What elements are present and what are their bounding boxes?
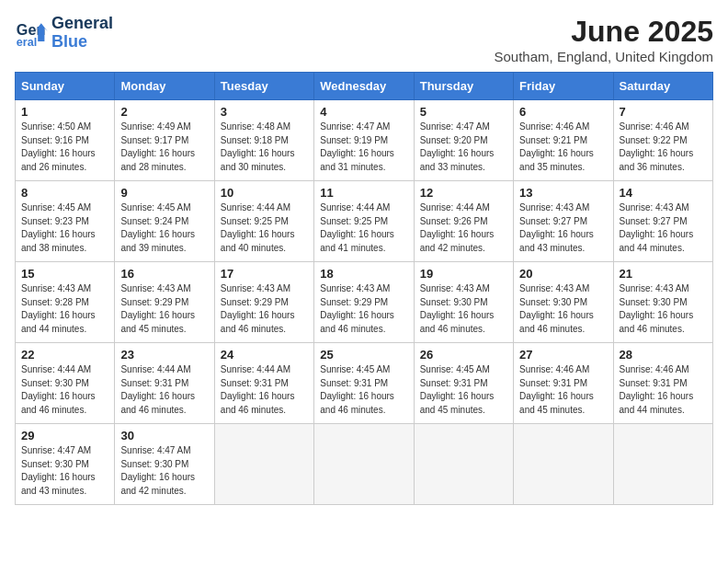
calendar-header-wednesday: Wednesday bbox=[314, 73, 414, 100]
calendar-day-cell: 25Sunrise: 4:45 AMSunset: 9:31 PMDayligh… bbox=[314, 343, 414, 424]
day-info: Sunrise: 4:43 AMSunset: 9:29 PMDaylight:… bbox=[221, 282, 308, 336]
calendar-day-cell: 18Sunrise: 4:43 AMSunset: 9:29 PMDayligh… bbox=[314, 262, 414, 343]
calendar-header-tuesday: Tuesday bbox=[214, 73, 313, 100]
day-number: 11 bbox=[320, 186, 407, 200]
calendar-day-cell: 28Sunrise: 4:46 AMSunset: 9:31 PMDayligh… bbox=[613, 343, 712, 424]
calendar-header-monday: Monday bbox=[115, 73, 214, 100]
calendar-day-cell bbox=[514, 424, 613, 505]
calendar-header-thursday: Thursday bbox=[414, 73, 513, 100]
day-info: Sunrise: 4:44 AMSunset: 9:31 PMDaylight:… bbox=[120, 363, 208, 417]
calendar-day-cell: 4Sunrise: 4:47 AMSunset: 9:19 PMDaylight… bbox=[314, 100, 414, 181]
calendar-day-cell: 16Sunrise: 4:43 AMSunset: 9:29 PMDayligh… bbox=[115, 262, 214, 343]
day-info: Sunrise: 4:44 AMSunset: 9:25 PMDaylight:… bbox=[221, 201, 308, 255]
day-number: 18 bbox=[320, 267, 407, 281]
logo: Gen eral General Blue bbox=[15, 15, 113, 52]
day-info: Sunrise: 4:43 AMSunset: 9:27 PMDaylight:… bbox=[519, 201, 607, 255]
day-info: Sunrise: 4:44 AMSunset: 9:30 PMDaylight:… bbox=[21, 363, 108, 417]
day-number: 12 bbox=[420, 186, 507, 200]
day-number: 8 bbox=[21, 186, 108, 200]
day-info: Sunrise: 4:43 AMSunset: 9:30 PMDaylight:… bbox=[519, 282, 607, 336]
calendar-day-cell bbox=[613, 424, 712, 505]
day-info: Sunrise: 4:47 AMSunset: 9:30 PMDaylight:… bbox=[21, 444, 108, 498]
day-info: Sunrise: 4:45 AMSunset: 9:24 PMDaylight:… bbox=[120, 201, 208, 255]
day-info: Sunrise: 4:43 AMSunset: 9:29 PMDaylight:… bbox=[120, 282, 208, 336]
calendar-week-3: 15Sunrise: 4:43 AMSunset: 9:28 PMDayligh… bbox=[16, 262, 713, 343]
day-number: 23 bbox=[120, 348, 208, 362]
title-area: June 2025 Southam, England, United Kingd… bbox=[495, 15, 713, 64]
logo-line1: General bbox=[51, 15, 113, 33]
day-info: Sunrise: 4:46 AMSunset: 9:22 PMDaylight:… bbox=[620, 121, 707, 174]
day-number: 29 bbox=[21, 429, 108, 442]
calendar-header-sunday: Sunday bbox=[16, 73, 115, 100]
day-info: Sunrise: 4:49 AMSunset: 9:17 PMDaylight:… bbox=[120, 121, 208, 174]
day-number: 25 bbox=[320, 348, 407, 362]
day-info: Sunrise: 4:43 AMSunset: 9:27 PMDaylight:… bbox=[620, 201, 707, 255]
calendar-day-cell: 5Sunrise: 4:47 AMSunset: 9:20 PMDaylight… bbox=[414, 100, 513, 181]
calendar-day-cell: 10Sunrise: 4:44 AMSunset: 9:25 PMDayligh… bbox=[214, 181, 313, 262]
calendar-week-4: 22Sunrise: 4:44 AMSunset: 9:30 PMDayligh… bbox=[16, 343, 713, 424]
calendar-day-cell bbox=[214, 424, 313, 505]
day-info: Sunrise: 4:47 AMSunset: 9:19 PMDaylight:… bbox=[320, 121, 407, 174]
day-number: 1 bbox=[21, 105, 108, 119]
day-info: Sunrise: 4:43 AMSunset: 9:30 PMDaylight:… bbox=[420, 282, 507, 336]
day-number: 7 bbox=[620, 105, 707, 119]
day-number: 4 bbox=[320, 105, 407, 119]
month-title: June 2025 bbox=[495, 15, 713, 49]
day-number: 28 bbox=[620, 348, 707, 362]
day-info: Sunrise: 4:47 AMSunset: 9:30 PMDaylight:… bbox=[120, 444, 208, 498]
day-number: 21 bbox=[620, 267, 707, 281]
calendar-week-2: 8Sunrise: 4:45 AMSunset: 9:23 PMDaylight… bbox=[16, 181, 713, 262]
calendar-day-cell: 21Sunrise: 4:43 AMSunset: 9:30 PMDayligh… bbox=[613, 262, 712, 343]
logo-line2: Blue bbox=[51, 33, 113, 52]
calendar-day-cell: 15Sunrise: 4:43 AMSunset: 9:28 PMDayligh… bbox=[16, 262, 115, 343]
day-number: 24 bbox=[221, 348, 308, 362]
day-info: Sunrise: 4:43 AMSunset: 9:30 PMDaylight:… bbox=[620, 282, 707, 336]
calendar-day-cell: 19Sunrise: 4:43 AMSunset: 9:30 PMDayligh… bbox=[414, 262, 513, 343]
calendar-week-5: 29Sunrise: 4:47 AMSunset: 9:30 PMDayligh… bbox=[16, 424, 713, 505]
calendar-day-cell: 1Sunrise: 4:50 AMSunset: 9:16 PMDaylight… bbox=[16, 100, 115, 181]
day-info: Sunrise: 4:44 AMSunset: 9:25 PMDaylight:… bbox=[320, 201, 407, 255]
calendar-week-1: 1Sunrise: 4:50 AMSunset: 9:16 PMDaylight… bbox=[16, 100, 713, 181]
day-info: Sunrise: 4:45 AMSunset: 9:31 PMDaylight:… bbox=[420, 363, 507, 417]
day-info: Sunrise: 4:43 AMSunset: 9:28 PMDaylight:… bbox=[21, 282, 108, 336]
calendar-day-cell: 29Sunrise: 4:47 AMSunset: 9:30 PMDayligh… bbox=[16, 424, 115, 505]
calendar-day-cell: 27Sunrise: 4:46 AMSunset: 9:31 PMDayligh… bbox=[514, 343, 613, 424]
calendar-day-cell: 6Sunrise: 4:46 AMSunset: 9:21 PMDaylight… bbox=[514, 100, 613, 181]
calendar-day-cell: 11Sunrise: 4:44 AMSunset: 9:25 PMDayligh… bbox=[314, 181, 414, 262]
calendar-day-cell: 9Sunrise: 4:45 AMSunset: 9:24 PMDaylight… bbox=[115, 181, 214, 262]
day-info: Sunrise: 4:44 AMSunset: 9:26 PMDaylight:… bbox=[420, 201, 507, 255]
day-info: Sunrise: 4:44 AMSunset: 9:31 PMDaylight:… bbox=[221, 363, 308, 417]
day-number: 22 bbox=[21, 348, 108, 362]
calendar-day-cell: 14Sunrise: 4:43 AMSunset: 9:27 PMDayligh… bbox=[613, 181, 712, 262]
calendar-day-cell: 17Sunrise: 4:43 AMSunset: 9:29 PMDayligh… bbox=[214, 262, 313, 343]
day-info: Sunrise: 4:46 AMSunset: 9:21 PMDaylight:… bbox=[519, 121, 607, 174]
calendar-day-cell: 24Sunrise: 4:44 AMSunset: 9:31 PMDayligh… bbox=[214, 343, 313, 424]
day-info: Sunrise: 4:46 AMSunset: 9:31 PMDaylight:… bbox=[519, 363, 607, 417]
calendar-day-cell: 23Sunrise: 4:44 AMSunset: 9:31 PMDayligh… bbox=[115, 343, 214, 424]
day-number: 6 bbox=[519, 105, 607, 119]
calendar-day-cell: 8Sunrise: 4:45 AMSunset: 9:23 PMDaylight… bbox=[16, 181, 115, 262]
calendar-day-cell: 7Sunrise: 4:46 AMSunset: 9:22 PMDaylight… bbox=[613, 100, 712, 181]
day-number: 3 bbox=[221, 105, 308, 119]
calendar-day-cell: 26Sunrise: 4:45 AMSunset: 9:31 PMDayligh… bbox=[414, 343, 513, 424]
day-number: 30 bbox=[120, 429, 208, 442]
day-info: Sunrise: 4:45 AMSunset: 9:23 PMDaylight:… bbox=[21, 201, 108, 255]
calendar-header-saturday: Saturday bbox=[613, 73, 712, 100]
day-info: Sunrise: 4:43 AMSunset: 9:29 PMDaylight:… bbox=[320, 282, 407, 336]
day-number: 27 bbox=[519, 348, 607, 362]
day-number: 26 bbox=[420, 348, 507, 362]
day-info: Sunrise: 4:50 AMSunset: 9:16 PMDaylight:… bbox=[21, 121, 108, 174]
page-header: Gen eral General Blue June 2025 Southam,… bbox=[15, 15, 713, 64]
calendar-day-cell: 12Sunrise: 4:44 AMSunset: 9:26 PMDayligh… bbox=[414, 181, 513, 262]
calendar-day-cell: 22Sunrise: 4:44 AMSunset: 9:30 PMDayligh… bbox=[16, 343, 115, 424]
day-info: Sunrise: 4:47 AMSunset: 9:20 PMDaylight:… bbox=[420, 121, 507, 174]
day-number: 2 bbox=[120, 105, 208, 119]
calendar-day-cell bbox=[414, 424, 513, 505]
day-number: 16 bbox=[120, 267, 208, 281]
day-number: 19 bbox=[420, 267, 507, 281]
calendar-header-row: SundayMondayTuesdayWednesdayThursdayFrid… bbox=[16, 73, 713, 100]
calendar-day-cell: 13Sunrise: 4:43 AMSunset: 9:27 PMDayligh… bbox=[514, 181, 613, 262]
day-info: Sunrise: 4:46 AMSunset: 9:31 PMDaylight:… bbox=[620, 363, 707, 417]
logo-icon: Gen eral bbox=[15, 17, 48, 50]
location-subtitle: Southam, England, United Kingdom bbox=[495, 49, 713, 64]
